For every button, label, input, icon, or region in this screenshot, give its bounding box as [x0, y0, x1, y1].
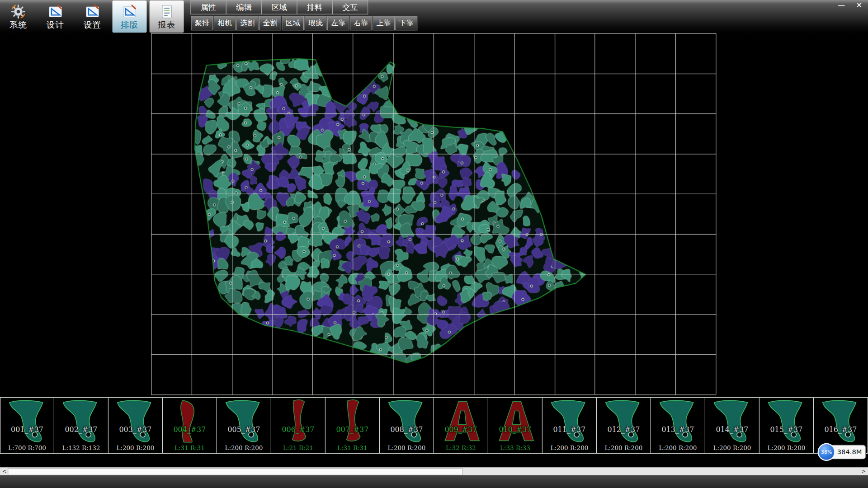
- scroll-right-arrow[interactable]: >: [860, 468, 868, 476]
- ribbon-button-设计[interactable]: 设计: [38, 0, 72, 33]
- piece-name: 007_#37: [326, 426, 379, 434]
- piece-thumbnail: [272, 399, 325, 446]
- piece-name: 003_#37: [108, 426, 162, 434]
- piece-name: 002_#37: [54, 426, 108, 434]
- thumbnail-cell[interactable]: 011_#37 L:200 R:200: [542, 398, 597, 453]
- tool-button-瑕疵[interactable]: 瑕疵: [304, 16, 326, 31]
- thumbnail-cell[interactable]: 012_#37 L:200 R:200: [597, 398, 651, 453]
- piece-name: 008_#37: [380, 426, 434, 434]
- app-stage: 系统设计设置排版报表 属性编辑区域排料交互 聚排相机选割全割区域瑕疵左靠右靠上靠…: [0, 0, 868, 488]
- piece-thumbnail: [380, 399, 434, 446]
- piece-thumbnail: [651, 399, 705, 446]
- piece-counts: L:200 R:200: [651, 444, 705, 451]
- piece-counts: L:200 R:200: [108, 444, 162, 451]
- menu-tab-排料[interactable]: 排料: [297, 0, 333, 14]
- nesting-canvas[interactable]: [0, 33, 868, 396]
- thumbnail-strip: 001_#37 L:700 R:700 002_#37 L:132 R:132 …: [0, 397, 868, 454]
- piece-thumbnail: [434, 399, 488, 446]
- piece-thumbnail: [543, 399, 596, 446]
- scroll-left-arrow[interactable]: <: [0, 468, 8, 476]
- piece-counts: L:200 R:200: [217, 444, 271, 451]
- piece-counts: L:32 R:32: [434, 444, 488, 451]
- thumbnail-cell[interactable]: 004_#37 L:31 R:31: [163, 398, 217, 453]
- thumbnail-cell[interactable]: 002_#37 L:132 R:132: [54, 398, 108, 453]
- piece-thumbnail: [109, 399, 162, 446]
- scrollbar-thumb[interactable]: [8, 468, 463, 475]
- thumbnail-cell[interactable]: 001_#37 L:700 R:700: [0, 398, 54, 453]
- ribbon-button-系统[interactable]: 系统: [1, 0, 35, 33]
- app-window: 系统设计设置排版报表 属性编辑区域排料交互 聚排相机选割全割区域瑕疵左靠右靠上靠…: [0, 0, 868, 488]
- piece-thumbnail: [326, 399, 379, 446]
- nesting-ruler-icon: [122, 3, 137, 20]
- tool-button-区域[interactable]: 区域: [282, 16, 304, 31]
- top-ribbon: 系统设计设置排版报表 属性编辑区域排料交互 聚排相机选割全割区域瑕疵左靠右靠上靠…: [0, 0, 868, 33]
- piece-counts: L:700 R:700: [0, 444, 54, 451]
- piece-thumbnail: [489, 399, 542, 446]
- status-bar: [0, 475, 868, 488]
- piece-counts: L:33 R:33: [488, 444, 542, 451]
- thumbnail-cell[interactable]: 010_#37 L:33 R:33: [488, 398, 542, 453]
- piece-name: 001_#37: [0, 426, 54, 434]
- piece-thumbnail: [217, 399, 271, 446]
- piece-counts: L:132 R:132: [54, 444, 108, 451]
- piece-counts: L:200 R:200: [597, 444, 651, 451]
- thumbnail-cell[interactable]: 008_#37 L:200 R:200: [380, 398, 434, 453]
- design-ruler-icon: [47, 3, 63, 20]
- piece-name: 009_#37: [434, 426, 488, 434]
- piece-counts: L:21 R:21: [271, 444, 325, 451]
- report-icon: [159, 3, 174, 20]
- tool-button-下靠[interactable]: 下靠: [395, 16, 417, 31]
- menu-tab-区域[interactable]: 区域: [261, 0, 297, 14]
- piece-thumbnail: [706, 399, 759, 446]
- thumbnail-cell[interactable]: 003_#37 L:200 R:200: [108, 398, 163, 453]
- piece-thumbnail: [55, 399, 108, 446]
- thumbnail-cell[interactable]: 014_#37 L:200 R:200: [705, 398, 760, 453]
- tool-button-选割[interactable]: 选割: [236, 16, 259, 31]
- close-button[interactable]: ✕: [854, 0, 864, 10]
- thumbnail-cell[interactable]: 015_#37 L:200 R:200: [760, 398, 814, 453]
- ribbon-big-buttons: 系统设计设置排版报表: [1, 0, 184, 33]
- piece-counts: L:31 R:31: [326, 444, 379, 451]
- tool-button-row: 聚排相机选割全割区域瑕疵左靠右靠上靠下靠: [191, 16, 417, 31]
- tool-button-左靠[interactable]: 左靠: [327, 16, 349, 31]
- piece-name: 012_#37: [597, 426, 651, 434]
- piece-name: 016_#37: [814, 426, 868, 434]
- menu-tab-编辑[interactable]: 编辑: [226, 0, 262, 14]
- thumbnail-cell[interactable]: 005_#37 L:200 R:200: [217, 398, 271, 453]
- progress-indicator: 38%: [818, 443, 835, 461]
- ribbon-button-label: 报表: [158, 20, 175, 30]
- tool-button-上靠[interactable]: 上靠: [373, 16, 395, 31]
- memory-value: 384.8M: [837, 448, 862, 456]
- piece-thumbnail: [1, 399, 54, 446]
- thumbnail-cell[interactable]: 009_#37 L:32 R:32: [434, 398, 488, 453]
- piece-counts: L:31 R:31: [163, 444, 217, 451]
- piece-name: 005_#37: [217, 426, 271, 434]
- piece-name: 014_#37: [705, 426, 759, 434]
- tool-button-全割[interactable]: 全割: [259, 16, 281, 31]
- ribbon-button-报表[interactable]: 报表: [150, 0, 184, 33]
- piece-name: 006_#37: [271, 426, 325, 434]
- ribbon-button-设置[interactable]: 设置: [75, 0, 110, 33]
- tool-button-右靠[interactable]: 右靠: [350, 16, 372, 31]
- horizontal-scrollbar[interactable]: < >: [0, 467, 868, 475]
- piece-name: 010_#37: [488, 426, 542, 434]
- tool-button-聚排[interactable]: 聚排: [191, 16, 213, 31]
- menu-tab-交互[interactable]: 交互: [332, 0, 368, 14]
- thumbnail-cell[interactable]: 007_#37 L:31 R:31: [326, 398, 380, 453]
- ribbon-button-label: 设计: [47, 20, 64, 30]
- minimize-button[interactable]: —: [836, 0, 847, 10]
- piece-counts: L:200 R:200: [380, 444, 434, 451]
- window-controls: — ✕: [836, 0, 865, 10]
- piece-thumbnail: [163, 399, 217, 446]
- ribbon-button-label: 系统: [9, 20, 27, 30]
- ribbon-button-排版[interactable]: 排版: [113, 0, 147, 33]
- piece-name: 015_#37: [760, 426, 813, 434]
- thumbnail-cell[interactable]: 013_#37 L:200 R:200: [651, 398, 705, 453]
- piece-thumbnail: [597, 399, 651, 446]
- thumbnail-cell[interactable]: 006_#37 L:21 R:21: [271, 398, 326, 453]
- tool-button-相机[interactable]: 相机: [214, 16, 236, 31]
- piece-thumbnail: [814, 399, 868, 446]
- piece-thumbnail: [760, 399, 813, 446]
- menu-tab-属性[interactable]: 属性: [190, 0, 226, 14]
- piece-counts: L:200 R:200: [760, 444, 813, 451]
